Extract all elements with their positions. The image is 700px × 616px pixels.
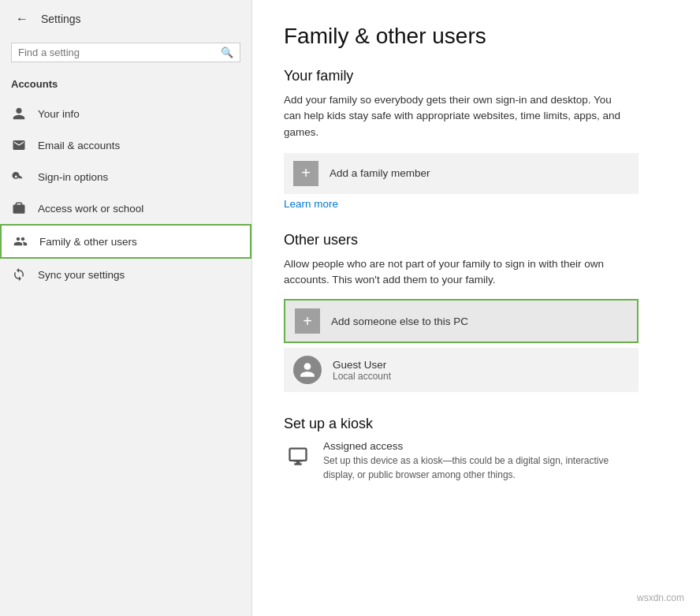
svg-rect-0	[293, 461, 303, 462]
assigned-access-desc: Set up this device as a kiosk—this could…	[323, 454, 623, 482]
kiosk-monitor-icon	[284, 442, 312, 470]
settings-title-label: Settings	[41, 13, 81, 25]
people-icon	[13, 233, 28, 249]
search-box: 🔍	[11, 43, 240, 62]
learn-more-link[interactable]: Learn more	[284, 198, 338, 210]
accounts-heading: Accounts	[0, 73, 251, 98]
sidebar-item-email-accounts-label: Email & accounts	[38, 140, 120, 151]
sidebar-item-sign-in-options-label: Sign-in options	[38, 171, 108, 183]
kiosk-heading: Set up a kiosk	[284, 416, 668, 432]
assigned-access-name: Assigned access	[323, 440, 623, 452]
sidebar-item-sign-in-options[interactable]: Sign-in options	[0, 161, 251, 192]
main-content: Family & other users Your family Add you…	[252, 0, 700, 616]
sidebar-item-access-work-school-label: Access work or school	[38, 203, 143, 215]
assigned-access-item[interactable]: Assigned access Set up this device as a …	[284, 440, 639, 482]
page-title: Family & other users	[284, 24, 668, 49]
search-icon[interactable]: 🔍	[221, 47, 233, 58]
sync-icon	[11, 267, 27, 282]
add-family-member-button[interactable]: + Add a family member	[284, 153, 639, 194]
guest-user-info: Guest User Local account	[333, 359, 391, 382]
add-other-plus-icon: +	[295, 308, 320, 334]
sidebar: ← Settings 🔍 Accounts Your info Email & …	[0, 0, 252, 616]
key-icon	[11, 169, 27, 185]
sidebar-item-sync-settings[interactable]: Sync your settings	[0, 259, 251, 290]
add-someone-else-label: Add someone else to this PC	[331, 315, 468, 327]
guest-user-item[interactable]: Guest User Local account	[284, 348, 639, 392]
other-users-heading: Other users	[284, 232, 668, 248]
kiosk-section: Set up a kiosk Assigned access Set up th…	[284, 416, 668, 482]
guest-user-name: Guest User	[333, 359, 391, 371]
titlebar: ← Settings	[0, 0, 251, 38]
add-family-plus-icon: +	[293, 161, 318, 186]
add-someone-else-button[interactable]: + Add someone else to this PC	[284, 299, 639, 343]
add-family-member-label: Add a family member	[330, 167, 430, 179]
guest-user-avatar	[293, 356, 322, 384]
briefcase-icon	[11, 200, 27, 216]
other-users-desc: Allow people who are not part of your fa…	[284, 256, 639, 289]
sidebar-item-sync-settings-label: Sync your settings	[38, 269, 125, 281]
sidebar-item-email-accounts[interactable]: Email & accounts	[0, 129, 251, 161]
guest-user-type: Local account	[333, 371, 391, 382]
sidebar-item-family-other-users[interactable]: Family & other users	[0, 224, 251, 259]
sidebar-item-your-info-label: Your info	[38, 108, 80, 120]
your-family-heading: Your family	[284, 68, 668, 84]
email-icon	[11, 137, 27, 153]
sidebar-item-access-work-school[interactable]: Access work or school	[0, 192, 251, 224]
sidebar-item-your-info[interactable]: Your info	[0, 98, 251, 129]
back-button[interactable]: ←	[11, 8, 33, 30]
person-icon	[11, 106, 27, 121]
assigned-access-info: Assigned access Set up this device as a …	[323, 440, 623, 482]
sidebar-item-family-other-users-label: Family & other users	[39, 236, 137, 248]
search-input[interactable]	[18, 47, 221, 58]
your-family-desc: Add your family so everybody gets their …	[284, 92, 631, 140]
